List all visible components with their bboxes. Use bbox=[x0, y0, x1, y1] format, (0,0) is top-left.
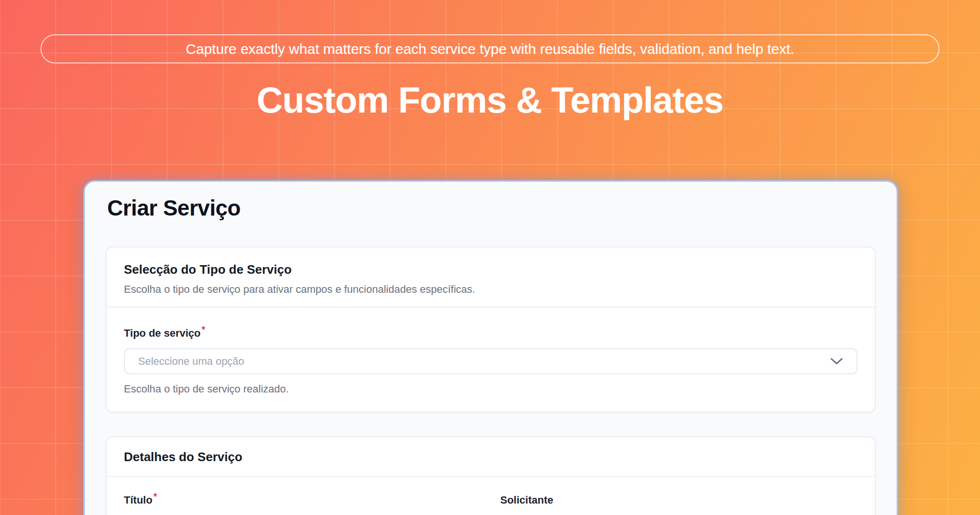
section-subtitle: Escolha o tipo de serviço para ativar ca… bbox=[124, 283, 858, 296]
service-type-label: Tipo de serviço* bbox=[124, 327, 858, 340]
chevron-down-icon bbox=[830, 357, 843, 366]
required-asterisk: * bbox=[153, 491, 157, 502]
feature-banner-text: Capture exactly what matters for each se… bbox=[186, 41, 794, 57]
section-service-type: Selecção do Tipo de Serviço Escolha o ti… bbox=[106, 247, 876, 412]
section-title: Selecção do Tipo de Serviço bbox=[124, 262, 858, 277]
service-type-helper: Escolha o tipo de serviço realizado. bbox=[124, 383, 858, 395]
solicitante-label: Solicitante bbox=[500, 494, 858, 506]
service-type-select-placeholder: Seleccione uma opção bbox=[138, 355, 830, 368]
create-service-card: Criar Serviço Selecção do Tipo de Serviç… bbox=[83, 180, 898, 515]
service-type-label-text: Tipo de serviço bbox=[124, 327, 201, 339]
section-service-type-header: Selecção do Tipo de Serviço Escolha o ti… bbox=[107, 247, 875, 307]
service-type-select[interactable]: Seleccione uma opção bbox=[124, 348, 858, 374]
titulo-label: Título* bbox=[124, 494, 481, 506]
titulo-label-text: Título bbox=[124, 494, 152, 506]
section-service-details-header: Detalhes do Serviço bbox=[107, 437, 875, 476]
section-service-type-body: Tipo de serviço* Seleccione uma opção Es… bbox=[107, 308, 875, 412]
section-service-details: Detalhes do Serviço Título* Solicitante bbox=[106, 436, 876, 515]
page-title: Custom Forms & Templates bbox=[0, 76, 980, 124]
section-service-details-body: Título* Solicitante bbox=[107, 477, 875, 515]
required-asterisk: * bbox=[202, 324, 205, 335]
feature-banner: Capture exactly what matters for each se… bbox=[40, 34, 940, 63]
hero-screen: Capture exactly what matters for each se… bbox=[0, 0, 980, 515]
form-title: Criar Serviço bbox=[107, 195, 876, 221]
section-title: Detalhes do Serviço bbox=[124, 449, 858, 464]
solicitante-label-text: Solicitante bbox=[500, 494, 553, 506]
field-solicitante: Solicitante bbox=[500, 494, 858, 515]
field-titulo: Título* bbox=[124, 494, 481, 515]
